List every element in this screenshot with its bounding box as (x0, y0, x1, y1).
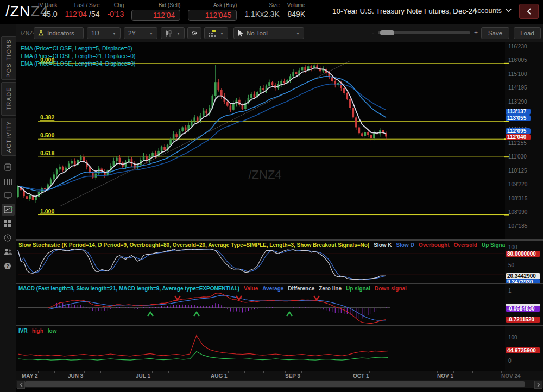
horizontal-scrollbar[interactable] (16, 380, 543, 388)
main-price-chart[interactable]: /ZNZ40.0000.3820.5000.6181.000116'230116… (16, 42, 543, 239)
price-axis-label: 111'255 (508, 140, 527, 146)
quote-stats: IV Rank45.0Last / Size112'04 /54Chg-0'13… (38, 2, 313, 21)
tool-dropdown[interactable]: No Tool ▼ (233, 27, 304, 39)
zoom-slider[interactable] (378, 31, 470, 34)
axis-badge: 113'055 (506, 115, 531, 121)
stat-ask-buy-[interactable]: Ask (Buy)112'045 (188, 2, 237, 21)
collapse-panel-button[interactable] (519, 4, 539, 19)
candle (59, 167, 61, 169)
time-axis[interactable]: MAY 2JUN 3JUL 1AUG 1SEP 3OCT 1NOV 1NOV 2… (16, 371, 543, 380)
svg-text:113'137: 113'137 (507, 109, 527, 115)
candle (35, 197, 37, 200)
candle (26, 196, 28, 199)
stat-label: Last / Size (74, 2, 100, 8)
axis-badge: 20.3442900 (506, 273, 540, 279)
chevron-left-icon (20, 383, 23, 387)
accounts-label: Accounts (473, 7, 502, 15)
save-label: Save (488, 30, 502, 36)
sidebar-notes-icon[interactable] (2, 161, 15, 173)
drawing-tools-dropdown[interactable]: ▼ (204, 27, 228, 39)
sidebar-tab-activity[interactable]: ACTIVITY (1, 118, 16, 156)
ema-legend-row: EMA (Price=CLOSE, Length=34, Displace=0) (21, 60, 136, 67)
indicators-button[interactable]: Indicators (34, 27, 84, 39)
stat-value: 849K (287, 10, 305, 18)
ivr-panel[interactable]: IVRhighlow100044.9725900 (16, 326, 543, 371)
sidebar-depth-bars-icon[interactable] (2, 175, 15, 187)
candle (214, 82, 217, 96)
chevron-down-icon: ▼ (149, 31, 153, 35)
sidebar-monitor-icon[interactable] (2, 189, 15, 201)
scrollbar-thumb[interactable] (25, 381, 525, 387)
svg-text:80.0000000: 80.0000000 (507, 251, 536, 257)
time-tick (421, 371, 421, 373)
sidebar-tab-positions[interactable]: POSITIONS (1, 36, 16, 80)
time-tick (453, 371, 454, 373)
macd-panel[interactable]: MACD (Fast length=8, Slow length=21, MAC… (16, 284, 543, 325)
svg-text:-0.0684830: -0.0684830 (507, 306, 535, 312)
candle (301, 67, 304, 70)
fib-axis-tick (504, 63, 509, 64)
candle (250, 94, 252, 98)
candle (334, 81, 336, 85)
time-tick (402, 371, 402, 373)
stat-bid-sell-[interactable]: Bid (Sell)112'04 (131, 2, 180, 21)
chart-style-dropdown[interactable]: ▼ (161, 27, 185, 39)
svg-text:9.3473930: 9.3473930 (507, 279, 533, 283)
zoom-out-button[interactable]: - (372, 29, 374, 36)
sidebar-tab-label: ACTIVITY (5, 121, 12, 153)
candle (113, 161, 115, 166)
price-axis-label: 115'100 (508, 71, 527, 77)
stat-iv-rank: IV Rank45.0 (38, 2, 58, 18)
candle (191, 122, 193, 125)
accounts-menu[interactable]: Accounts (473, 7, 512, 15)
stat-label: Chg (114, 2, 124, 8)
chevron-down-icon (506, 9, 512, 12)
fib-axis-tick (504, 156, 509, 157)
time-tick (38, 371, 39, 373)
candle (175, 134, 178, 137)
save-button[interactable]: Save (481, 27, 509, 39)
candle (218, 82, 220, 90)
sidebar-people-icon[interactable] (2, 246, 15, 258)
sidebar-help-icon[interactable]: ? (2, 260, 15, 272)
price-axis-label: 111'030 (508, 154, 527, 160)
depth-bars-icon (4, 178, 13, 186)
chart-area[interactable]: /ZNZ40.0000.3820.5000.6181.000116'230116… (16, 42, 543, 392)
candle (163, 147, 166, 150)
time-tick (301, 371, 302, 373)
sidebar-grid-icon[interactable] (2, 218, 15, 230)
time-tick (369, 371, 370, 373)
zoom-slider-thumb[interactable] (380, 30, 394, 35)
axis-badge: 112'040 (506, 134, 531, 140)
axis-badge: -0.0684830 (506, 306, 540, 312)
time-tick (386, 371, 386, 373)
candle (68, 163, 70, 167)
sidebar-chart-icon[interactable] (2, 204, 15, 216)
chart-settings-button[interactable] (187, 27, 201, 39)
candle (254, 94, 256, 97)
sidebar-clock-icon[interactable] (2, 232, 15, 244)
candle (29, 195, 31, 199)
sidebar-tab-label: TRADE (5, 87, 12, 110)
ema-legend-row: EMA (Price=CLOSE, Length=5, Displace=0) (21, 45, 132, 52)
candle (280, 81, 282, 84)
stochastic-panel[interactable]: Slow Stochastic (K Period=14, D Period=9… (16, 241, 543, 283)
fib-label: 1.000 (40, 208, 54, 214)
zoom-in-button[interactable]: + (474, 29, 478, 36)
range-dropdown[interactable]: 2Y ▼ (124, 27, 157, 39)
candle (128, 159, 130, 161)
svg-text:20.3442900: 20.3442900 (507, 273, 536, 279)
instrument-description: 10-Year U.S. Treasury Note Futures, Dec-… (332, 7, 477, 15)
scroll-right-button[interactable] (534, 381, 542, 389)
candle (352, 108, 355, 117)
candle (358, 127, 361, 133)
grid-icon (4, 220, 13, 228)
time-axis-label: NOV 24 (501, 373, 521, 379)
svg-text:-0.7211520: -0.7211520 (507, 317, 534, 323)
load-button[interactable]: Load (514, 27, 541, 39)
time-tick (263, 371, 264, 373)
sidebar-tab-label: POSITIONS (5, 39, 12, 78)
sidebar-tab-trade[interactable]: TRADE (1, 82, 16, 116)
scroll-left-button[interactable] (17, 381, 25, 389)
timeframe-dropdown[interactable]: 1D ▼ (87, 27, 121, 39)
